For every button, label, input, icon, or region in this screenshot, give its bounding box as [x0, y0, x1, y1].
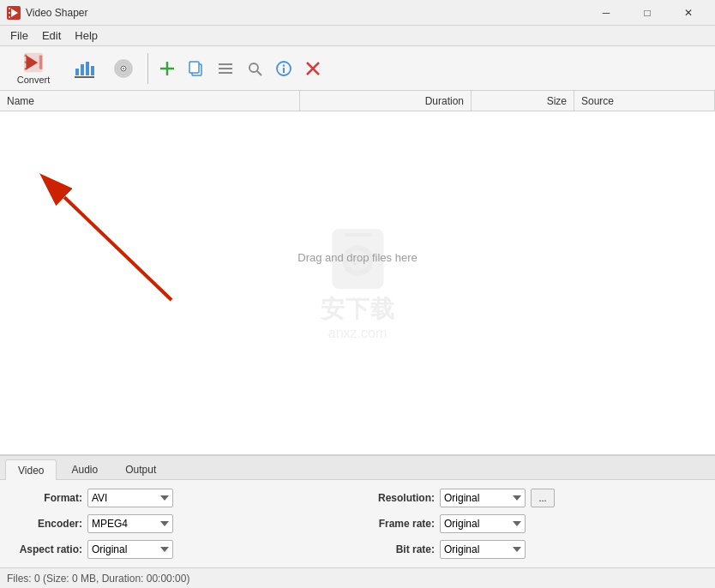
svg-rect-7: [25, 54, 27, 57]
delete-icon: [304, 60, 321, 77]
file-list-body[interactable]: 安下载 anxz.com Drag and drop files here: [0, 111, 715, 454]
info-button[interactable]: [270, 55, 297, 82]
add-icon: [159, 60, 176, 77]
search-button[interactable]: [241, 55, 268, 82]
encoder-row: Encoder: MPEG4 H.264 H.265 XVID: [14, 514, 349, 533]
svg-rect-10: [39, 55, 42, 69]
format-select[interactable]: AVI MP4 MKV MOV WMV: [87, 489, 173, 507]
convert-label: Convert: [17, 75, 51, 85]
bitrate-select[interactable]: Original 1000k 2000k 5000k: [440, 540, 526, 559]
status-bar: Files: 0 (Size: 0 MB, Duration: 00:00:00…: [0, 567, 715, 588]
aspect-row: Aspect ratio: Original 4:3 16:9 1:1: [14, 540, 349, 559]
format-label: Format:: [14, 492, 82, 504]
settings-right-col: Resolution: Original 720p 1080p 480p ...…: [366, 489, 701, 559]
close-button[interactable]: ✕: [669, 0, 708, 26]
title-bar-left: Video Shaper: [7, 6, 88, 20]
watermark: 安下载 anxz.com: [321, 225, 395, 341]
stats-button[interactable]: [65, 49, 103, 88]
search-icon: [246, 60, 263, 77]
delete-button[interactable]: [299, 55, 327, 82]
arrow-annotation: [0, 111, 715, 454]
col-header-source: Source: [574, 91, 715, 111]
disc-button[interactable]: [105, 49, 142, 88]
format-row: Format: AVI MP4 MKV MOV WMV: [14, 489, 349, 507]
svg-point-30: [283, 64, 285, 66]
settings-left-col: Format: AVI MP4 MKV MOV WMV Encoder: MPE…: [14, 489, 349, 559]
chart-icon: [74, 58, 94, 79]
framerate-row: Frame rate: Original 24 25 30 60: [366, 514, 701, 533]
framerate-select[interactable]: Original 24 25 30 60: [440, 514, 526, 533]
aspect-select[interactable]: Original 4:3 16:9 1:1: [87, 540, 173, 559]
copy-button[interactable]: [183, 55, 210, 82]
drop-text: Drag and drop files here: [297, 251, 417, 264]
minimize-button[interactable]: ─: [586, 0, 626, 26]
add-button[interactable]: [153, 55, 181, 82]
status-text: Files: 0 (Size: 0 MB, Duration: 00:00:00…: [7, 573, 189, 585]
list-icon: [217, 60, 234, 77]
svg-line-28: [257, 71, 261, 75]
menu-help[interactable]: Help: [68, 27, 105, 45]
app-icon: [7, 6, 21, 20]
svg-rect-23: [189, 62, 199, 73]
toolbar: Convert: [0, 46, 715, 91]
tab-video[interactable]: Video: [5, 459, 57, 480]
bitrate-label: Bit rate:: [366, 543, 435, 555]
toolbar-separator-1: [147, 53, 148, 84]
col-header-size: Size: [472, 91, 574, 111]
tab-audio[interactable]: Audio: [58, 459, 111, 479]
svg-rect-12: [81, 64, 84, 75]
resolution-label: Resolution:: [366, 492, 435, 504]
svg-rect-3: [9, 12, 10, 14]
settings-panel: Video Audio Output Format: AVI MP4 MKV M…: [0, 455, 715, 567]
svg-rect-11: [75, 69, 79, 75]
resolution-more-button[interactable]: ...: [531, 489, 555, 507]
svg-line-41: [64, 197, 171, 300]
title-bar: Video Shaper ─ □ ✕: [0, 0, 715, 26]
menu-bar: File Edit Help: [0, 26, 715, 46]
maximize-button[interactable]: □: [628, 0, 667, 26]
file-list-container: Name Duration Size Source 安下载 anxz.com: [0, 91, 715, 455]
file-list-header: Name Duration Size Source: [0, 91, 715, 111]
settings-tabs: Video Audio Output: [0, 456, 715, 480]
svg-point-27: [249, 63, 258, 72]
menu-file[interactable]: File: [3, 27, 35, 45]
svg-rect-4: [9, 16, 10, 18]
svg-rect-8: [25, 61, 27, 63]
disc-icon: [113, 58, 134, 79]
settings-content-video: Format: AVI MP4 MKV MOV WMV Encoder: MPE…: [0, 480, 715, 567]
svg-point-18: [123, 67, 124, 69]
resolution-row: Resolution: Original 720p 1080p 480p ...: [366, 489, 701, 507]
svg-rect-9: [25, 68, 27, 70]
app-title: Video Shaper: [26, 7, 88, 19]
aspect-label: Aspect ratio:: [14, 543, 82, 555]
svg-rect-14: [91, 66, 94, 75]
framerate-label: Frame rate:: [366, 518, 435, 530]
col-header-name: Name: [0, 91, 300, 111]
svg-rect-2: [9, 8, 10, 9]
convert-icon: [23, 52, 44, 73]
copy-icon: [188, 60, 205, 77]
menu-edit[interactable]: Edit: [35, 27, 68, 45]
col-header-duration: Duration: [300, 91, 472, 111]
bitrate-row: Bit rate: Original 1000k 2000k 5000k: [366, 540, 701, 559]
encoder-label: Encoder:: [14, 518, 82, 530]
convert-button[interactable]: Convert: [3, 49, 63, 88]
title-bar-controls: ─ □ ✕: [586, 0, 708, 26]
encoder-select[interactable]: MPEG4 H.264 H.265 XVID: [87, 514, 173, 533]
svg-rect-39: [344, 233, 371, 237]
convert-list-button[interactable]: [212, 55, 239, 82]
info-icon: [275, 60, 292, 77]
tab-output[interactable]: Output: [112, 459, 169, 479]
resolution-select[interactable]: Original 720p 1080p 480p: [440, 489, 526, 507]
svg-rect-13: [86, 62, 89, 75]
